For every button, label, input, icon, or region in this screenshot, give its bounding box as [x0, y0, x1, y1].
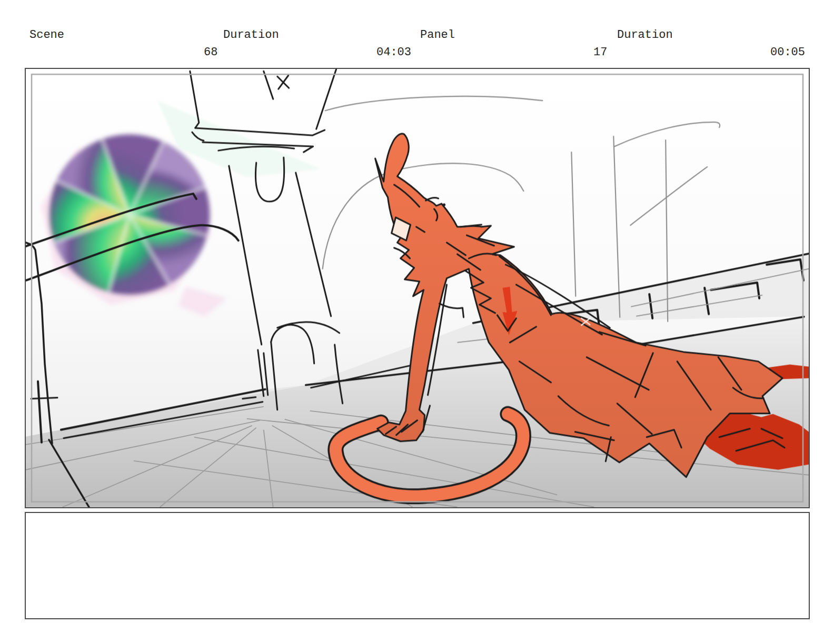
scene-label: Scene [29, 29, 64, 41]
storyboard-panel-frame[interactable] [25, 68, 810, 508]
storyboard-drawing [26, 69, 809, 507]
scene-number: 68 [204, 47, 217, 58]
scene-duration-value: 04:03 [376, 47, 411, 58]
panel-number: 17 [593, 47, 607, 58]
panel-duration-label: Duration [617, 29, 673, 41]
panel-duration-value: 00:05 [770, 47, 805, 58]
panel-label: Panel [420, 29, 455, 41]
storyboard-page: { "header": { "fields": [ {"label": "Sce… [0, 0, 834, 644]
caption-box[interactable] [25, 512, 810, 619]
scene-duration-label: Duration [223, 29, 279, 41]
